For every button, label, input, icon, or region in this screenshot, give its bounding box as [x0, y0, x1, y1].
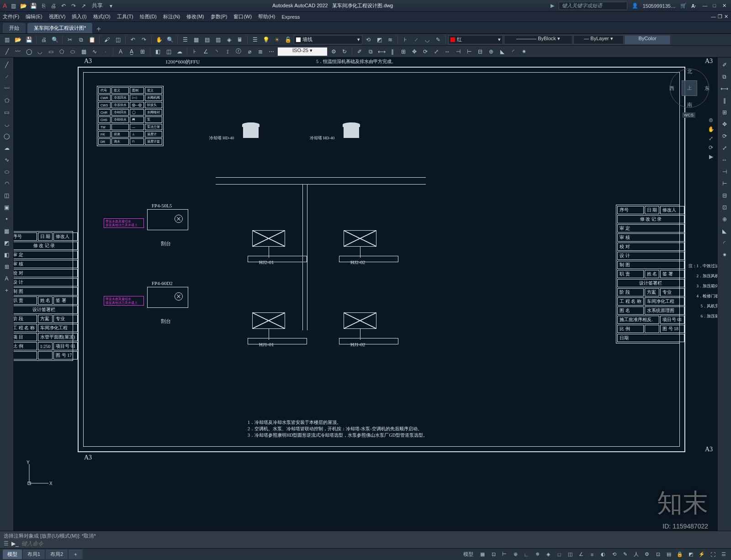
- menu-insert[interactable]: 插入(I): [72, 13, 86, 20]
- cmd-table-icon[interactable]: ⊞: [138, 47, 148, 57]
- cmd-region-icon[interactable]: ◧: [153, 47, 163, 57]
- mod-trim-icon[interactable]: ⊣: [453, 47, 463, 57]
- cmd-spline-icon[interactable]: ∿: [90, 47, 100, 57]
- status-lockui-icon[interactable]: 🔒: [675, 550, 684, 559]
- qat-share-icon[interactable]: ↗: [80, 2, 87, 10]
- dim-angular-icon[interactable]: ∠: [201, 47, 211, 57]
- mdi-close-icon[interactable]: ✕: [724, 14, 728, 20]
- plotstyle-selector[interactable]: ByColor: [625, 35, 670, 44]
- mod-chamfer-icon[interactable]: ◣: [497, 47, 507, 57]
- status-isodraft-icon[interactable]: ◈: [544, 550, 553, 559]
- rv-offset-icon[interactable]: ‖: [719, 95, 730, 106]
- rv-mirror-icon[interactable]: ⟷: [719, 83, 730, 94]
- mod-explode-icon[interactable]: ✷: [519, 47, 529, 57]
- qat-new-icon[interactable]: ▥: [10, 2, 17, 10]
- v-arc-icon[interactable]: ◡: [1, 119, 12, 130]
- v-ellipse-icon[interactable]: ⬭: [1, 166, 12, 177]
- v-gradient-icon[interactable]: ◩: [1, 238, 12, 248]
- status-annomon-icon[interactable]: ✎: [620, 550, 630, 559]
- mdi-minimize-icon[interactable]: —: [711, 14, 716, 20]
- viewcube-west[interactable]: 西: [669, 85, 674, 92]
- v-addselected-icon[interactable]: +: [1, 285, 12, 296]
- qat-redo-icon[interactable]: ↷: [70, 2, 77, 10]
- mod-extend-icon[interactable]: ⊢: [464, 47, 474, 57]
- rv-fillet-icon[interactable]: ◜: [719, 238, 730, 248]
- dim-linear-icon[interactable]: ⊦: [400, 35, 410, 45]
- std-open-icon[interactable]: 📂: [13, 35, 23, 45]
- std-sheetset-icon[interactable]: ▥: [213, 35, 223, 45]
- status-hwaccel-icon[interactable]: ⚡: [697, 550, 706, 559]
- std-redo-icon[interactable]: ↷: [139, 35, 149, 45]
- menu-help[interactable]: 帮助(H): [258, 13, 275, 20]
- lineweight-selector[interactable]: — ByLayer ▾: [573, 35, 624, 44]
- layer-manager-icon[interactable]: ☰: [250, 35, 260, 45]
- layout-tab-model[interactable]: 模型: [3, 549, 22, 559]
- layer-selector[interactable]: 墙线 ▾: [294, 35, 362, 44]
- dim-style-mgr-icon[interactable]: ⚙: [328, 47, 339, 57]
- v-mtext-icon[interactable]: A: [1, 273, 12, 284]
- autodesk-app-icon[interactable]: A·: [691, 3, 696, 9]
- v-hatch-icon[interactable]: ▦: [1, 226, 12, 237]
- cmd-text-icon[interactable]: A: [116, 47, 126, 57]
- menu-express[interactable]: Express: [281, 14, 300, 20]
- v-xline-icon[interactable]: ⟋: [1, 71, 12, 82]
- v-circle-icon[interactable]: ◯: [1, 131, 12, 142]
- cmd-revcloud-icon[interactable]: ☁: [175, 47, 185, 57]
- dim-update-icon[interactable]: ↻: [339, 47, 350, 57]
- v-table-icon[interactable]: ⊞: [1, 261, 12, 272]
- linetype-selector[interactable]: ———— ByBlock ▾: [504, 35, 572, 44]
- status-grid-icon[interactable]: ▦: [478, 550, 487, 559]
- close-button[interactable]: ✕: [720, 3, 728, 9]
- nav-pan-icon[interactable]: ✋: [708, 126, 715, 132]
- status-model-label[interactable]: 模型: [461, 550, 476, 559]
- layout-add-button[interactable]: ＋: [69, 549, 83, 559]
- maximize-button[interactable]: □: [710, 3, 719, 8]
- cmd-boundary-icon[interactable]: ◫: [164, 47, 174, 57]
- std-block-icon[interactable]: ◫: [113, 35, 123, 45]
- std-pan-icon[interactable]: ✋: [154, 35, 164, 45]
- menu-window[interactable]: 窗口(W): [233, 13, 252, 20]
- tab-current-drawing[interactable]: 某车间净化工程设计图*: [27, 23, 92, 33]
- cmd-ellipse-icon[interactable]: ⬭: [68, 47, 78, 57]
- v-point-icon[interactable]: •: [1, 214, 12, 225]
- nav-orbit-icon[interactable]: ⟳: [709, 144, 713, 151]
- std-plot-icon[interactable]: 🖨: [39, 35, 49, 45]
- status-cleanscreen-icon[interactable]: ⛶: [708, 550, 717, 559]
- v-spline-icon[interactable]: ∿: [1, 154, 12, 165]
- color-selector[interactable]: 红 ▾: [448, 35, 503, 44]
- layout-tab-1[interactable]: 布局1: [23, 549, 45, 559]
- std-matchprop-icon[interactable]: 🖌: [102, 35, 112, 45]
- std-markup-icon[interactable]: ◈: [224, 35, 234, 45]
- qat-dropdown-icon[interactable]: ▾: [107, 2, 115, 10]
- menu-dimension[interactable]: 标注(N): [163, 13, 180, 20]
- status-dyninput-icon[interactable]: ⊕: [511, 550, 520, 559]
- status-otrack-icon[interactable]: ∠: [577, 550, 586, 559]
- std-new-icon[interactable]: ▥: [2, 35, 12, 45]
- rv-join-icon[interactable]: ⊕: [719, 214, 730, 225]
- viewcube-south[interactable]: 南: [687, 101, 692, 108]
- viewcube[interactable]: 上 北 南 东 西: [670, 69, 709, 108]
- std-save-icon[interactable]: 💾: [24, 35, 34, 45]
- rv-break-icon[interactable]: ⊡: [719, 202, 730, 213]
- cmd-circle-icon[interactable]: ◯: [24, 47, 34, 57]
- v-pline-icon[interactable]: 〰: [1, 83, 12, 94]
- dim-continue-icon[interactable]: ⋯: [266, 47, 276, 57]
- menu-draw[interactable]: 绘图(D): [140, 13, 157, 20]
- mod-move-icon[interactable]: ✥: [409, 47, 419, 57]
- rv-array-icon[interactable]: ⊞: [719, 107, 730, 118]
- mod-erase-icon[interactable]: ✐: [355, 47, 365, 57]
- std-calc-icon[interactable]: 🖩: [235, 35, 245, 45]
- std-cut-icon[interactable]: ✂: [65, 35, 75, 45]
- mod-stretch-icon[interactable]: ↔: [442, 47, 452, 57]
- status-lwt-icon[interactable]: ≡: [588, 550, 597, 559]
- status-iso-icon[interactable]: ◩: [686, 550, 695, 559]
- new-tab-button[interactable]: ＋: [94, 24, 103, 33]
- std-copy-icon[interactable]: ⧉: [76, 35, 86, 45]
- qat-undo-icon[interactable]: ↶: [60, 2, 67, 10]
- status-infer-icon[interactable]: ⊢: [500, 550, 509, 559]
- dim-aligned-icon[interactable]: ⟋: [411, 35, 421, 45]
- mod-rotate-icon[interactable]: ⟳: [420, 47, 430, 57]
- menu-parametric[interactable]: 参数(P): [211, 13, 228, 20]
- rv-trim-icon[interactable]: ⊣: [719, 166, 730, 177]
- layer-prev-icon[interactable]: ⟲: [363, 35, 373, 45]
